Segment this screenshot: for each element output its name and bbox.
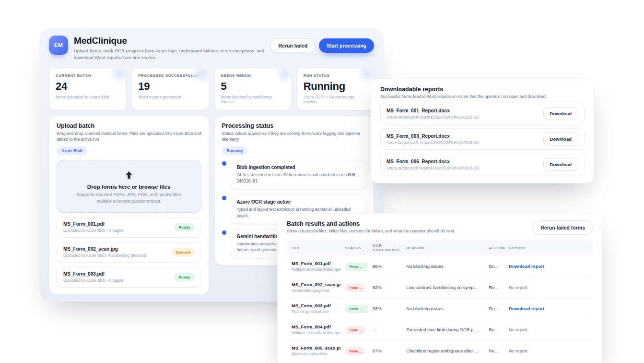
row-file-sub: Multiple sclerosis intake questionnaire: [292, 330, 336, 335]
report-name: MS_Form_003_Report.docx: [386, 133, 479, 139]
no-report-label: No report: [509, 285, 527, 290]
report-path: Azure output path: reports/2026/03/RUN-2…: [386, 115, 479, 120]
downloadable-reports-panel: Downloadable reports Successful forms le…: [371, 79, 594, 183]
app-header: EM MedClinique Upload forms, track OCR p…: [49, 36, 374, 61]
upload-batch-description: Drag and drop scanned medical forms. Fil…: [57, 131, 201, 143]
row-reason: No blocking issues: [401, 256, 484, 277]
avatar: EM: [49, 36, 68, 55]
status-badge: Failed: [345, 284, 365, 292]
stat-label: Run status: [304, 73, 367, 78]
report-row: MS_Form_001_Report.docx Azure output pat…: [380, 103, 585, 124]
status-badge: Processed: [345, 305, 368, 313]
stat-card-current-batch: Current batch 24 forms uploaded to Azure…: [49, 68, 126, 110]
start-processing-button[interactable]: Start processing: [319, 38, 374, 53]
table-row: MS_Form_002_scan.jpgHandwritten page set…: [287, 277, 593, 298]
stat-sub: Word reports generated: [138, 95, 202, 99]
row-action: Rerun: [484, 340, 503, 362]
batch-results-panel: Batch results and actions Show successfu…: [277, 213, 602, 363]
download-button[interactable]: Download: [543, 107, 578, 120]
app-header-text: MedClinique Upload forms, track OCR prog…: [74, 36, 265, 61]
step-dot-icon: [222, 161, 226, 166]
file-info: MS_Form_003.pdf Uploaded to Azure Blob -…: [63, 271, 123, 283]
batch-results-heading: Batch results and actions Show successfu…: [287, 220, 455, 233]
file-info: MS_Form_002_scan.jpg Uploaded to Azure B…: [63, 246, 146, 258]
stat-value: Running: [304, 80, 367, 93]
row-reason: Low contrast handwriting on symptom hist…: [401, 277, 484, 298]
file-name: MS_Form_001.pdf: [63, 221, 123, 227]
file-dropzone[interactable]: Drop forms here or browse files Supports…: [57, 160, 201, 213]
row-confidence: 67%: [368, 340, 401, 362]
row-file-sub: Medication checklist: [292, 351, 336, 356]
col-header-status: Status: [340, 240, 368, 256]
table-row: MS_Form_001.pdfMultiple sclerosis intake…: [287, 256, 593, 277]
stat-label: Current batch: [56, 73, 119, 78]
batch-results-header: Batch results and actions Show successfu…: [287, 220, 593, 235]
stat-sub: Azure OCR + Gemini merge pipeline: [304, 95, 367, 104]
file-meta: Uploaded to Azure Blob - 6 pages: [63, 278, 123, 283]
report-path: Azure output path: reports/2026/03/RUN-2…: [386, 166, 479, 170]
download-report-link[interactable]: Download report: [509, 306, 544, 311]
page-description: Upload forms, track OCR progress from Az…: [74, 48, 265, 61]
row-file-name: MS_Form_005_scan.png: [292, 345, 336, 351]
row-file-name: MS_Form_002_scan.jpg: [292, 282, 336, 287]
row-file-sub: Handwritten page set: [292, 288, 336, 293]
row-reason: Checkbox region ambiguous after OCR fusi…: [401, 340, 484, 362]
step-dot-icon: [222, 230, 226, 235]
row-confidence: 96%: [368, 256, 401, 277]
report-info: MS_Form_003_Report.docx Azure output pat…: [386, 133, 479, 145]
file-status-badge: Queued: [172, 248, 195, 256]
col-header-file: File: [287, 240, 340, 256]
row-file-name: MS_Form_004.pdf: [292, 324, 336, 329]
download-report-link[interactable]: Download report: [509, 264, 544, 269]
report-info: MS_Form_006_Report.docx Azure output pat…: [386, 159, 479, 170]
file-meta: Uploaded to Azure Blob - 8 pages: [63, 228, 123, 233]
results-table: File Status OCR confidence Reason Action…: [287, 240, 593, 361]
table-header-row: File Status OCR confidence Reason Action…: [287, 240, 593, 256]
stats-row: Current batch 24 forms uploaded to Azure…: [49, 68, 374, 110]
stat-value: 24: [56, 80, 119, 93]
reports-description: Successful forms lead to Word reports on…: [380, 94, 585, 99]
azure-blob-badge: Azure Blob: [57, 146, 87, 155]
upload-batch-card: Upload batch Drag and drop scanned medic…: [49, 116, 209, 295]
col-header-action: Action: [484, 240, 503, 256]
dropzone-title: Drop forms here or browse files: [65, 184, 193, 190]
row-reason: Exceeded time limit during OCR processin…: [401, 319, 484, 340]
running-badge: Running: [222, 146, 248, 155]
file-name: MS_Form_003.pdf: [63, 271, 123, 277]
stat-value: 19: [138, 80, 202, 93]
upload-batch-title: Upload batch: [57, 122, 201, 129]
batch-results-title: Batch results and actions: [287, 220, 455, 227]
row-file-sub: Patient questionnaire: [292, 309, 336, 314]
col-header-ocr-confidence: OCR confidence: [368, 240, 401, 256]
col-header-report: Report: [504, 240, 593, 256]
step-title: Blob ingestion completed: [237, 165, 361, 170]
row-action: Done: [484, 256, 503, 277]
file-status-badge: Ready: [174, 273, 194, 281]
report-row: MS_Form_006_Report.docx Azure output pat…: [380, 154, 585, 175]
no-report-label: No report: [509, 327, 527, 332]
col-header-reason: Reason: [401, 240, 484, 256]
row-action: Rerun: [484, 277, 503, 298]
step-title: Azure OCR stage active: [237, 199, 361, 205]
download-button[interactable]: Download: [543, 133, 578, 145]
reports-title: Downloadable reports: [380, 86, 585, 93]
download-button[interactable]: Download: [543, 158, 578, 171]
report-path: Azure output path: reports/2026/03/RUN-2…: [386, 140, 479, 145]
row-file-name: MS_Form_001.pdf: [292, 261, 336, 266]
row-file-sub: Multiple sclerosis intake questionnaire: [292, 267, 336, 272]
uploaded-file-row: MS_Form_001.pdf Uploaded to Azure Blob -…: [57, 217, 201, 238]
status-badge: Processed: [345, 263, 368, 271]
stat-label: Needs rerun: [221, 73, 285, 78]
table-row: MS_Form_003.pdfPatient questionnaire Pro…: [287, 298, 593, 319]
step-card: Blob ingestion completed 24 files detect…: [231, 160, 367, 190]
stat-sub: forms uploaded to Azure Blob: [56, 95, 119, 99]
row-action: Rerun: [484, 319, 503, 340]
uploaded-file-row: MS_Form_002_scan.jpg Uploaded to Azure B…: [57, 242, 201, 263]
report-row: MS_Form_003_Report.docx Azure output pat…: [380, 128, 585, 150]
processing-status-description: Status values appear as if they are comi…: [222, 131, 367, 143]
header-actions: Rerun failed Start processing: [270, 36, 374, 53]
rerun-failed-forms-button[interactable]: Rerun failed forms: [533, 220, 593, 235]
rerun-failed-button[interactable]: Rerun failed: [270, 38, 315, 53]
processing-status-title: Processing status: [222, 122, 367, 129]
stat-card-needs-rerun: Needs rerun 5 forms blocked by confidenc…: [214, 68, 292, 110]
